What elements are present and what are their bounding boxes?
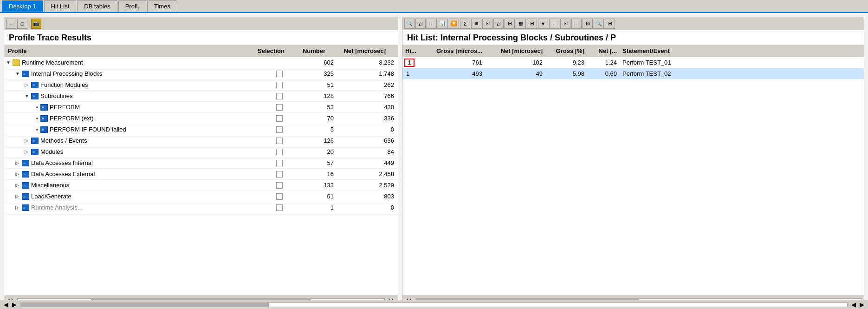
block-icon	[31, 138, 39, 144]
net-cell: 766	[337, 92, 398, 99]
net-cell: 2,529	[337, 182, 398, 189]
tab-profl[interactable]: Profl.	[118, 0, 146, 12]
block-icon	[22, 71, 29, 77]
expand-icon[interactable]: ▷	[15, 171, 22, 177]
rt-btn-14[interactable]: ≡	[549, 19, 559, 29]
selection-checkbox[interactable]	[276, 182, 283, 189]
expand-icon[interactable]: ▷	[15, 205, 22, 210]
net-cell: 49	[486, 70, 546, 77]
tree-row[interactable]: ▷ Data Accesses External 16 2,458	[4, 169, 398, 180]
gross-cell: 493	[426, 70, 486, 77]
rt-btn-8[interactable]: ⊡	[482, 19, 492, 29]
expand-icon[interactable]: ▷	[15, 160, 22, 165]
tree-row[interactable]: • PERFORM 53 430	[4, 102, 398, 113]
rt-btn-15[interactable]: ⊡	[560, 19, 570, 29]
expand-icon[interactable]: ▷	[25, 149, 31, 154]
rt-btn-10[interactable]: ⊞	[505, 19, 515, 29]
stmt-cell: Perform TEST_02	[621, 70, 864, 77]
scroll-right-global[interactable]: ▶	[12, 301, 17, 308]
tree-row[interactable]: ▼ Subroutines 128 766	[4, 91, 398, 102]
tree-row[interactable]: ▷ Methods / Events 126 636	[4, 135, 398, 146]
rt-btn-4[interactable]: 📊	[438, 19, 448, 29]
rt-btn-18[interactable]: 🔍	[594, 19, 604, 29]
folder-icon	[13, 59, 20, 66]
scroll-right3-global[interactable]: ▶	[860, 301, 864, 308]
tree-row[interactable]: ▼ Runtime Measurement 602 8,232	[4, 57, 398, 68]
selection-checkbox[interactable]	[276, 138, 283, 144]
tab-times[interactable]: Times	[147, 0, 177, 12]
scroll-left-global[interactable]: ◀	[4, 301, 8, 308]
right-table-row[interactable]: 1 761 102 9.23 1.24 Perform TEST_01	[402, 57, 864, 68]
selection-checkbox[interactable]	[276, 93, 283, 99]
selection-checkbox[interactable]	[276, 126, 283, 133]
hi-value: 1	[404, 70, 409, 77]
number-cell: 70	[300, 115, 337, 122]
rt-btn-19[interactable]: ⊟	[605, 19, 615, 29]
tab-dbtables[interactable]: DB tables	[77, 0, 117, 12]
tab-desktop1[interactable]: Desktop 1	[2, 0, 43, 12]
rt-btn-12[interactable]: ⊟	[527, 19, 537, 29]
rt-btn-3[interactable]: ≡	[427, 19, 437, 29]
rt-btn-9[interactable]: 🖨	[493, 19, 504, 29]
global-scrollbar[interactable]	[20, 302, 848, 307]
row-label: PERFORM IF FOUND failed	[50, 126, 126, 133]
expand-icon[interactable]: ▼	[15, 71, 22, 76]
rcol-header-hi: Hi...	[402, 47, 426, 54]
tree-row[interactable]: ▷ Function Modules 51 262	[4, 79, 398, 91]
rt-btn-7[interactable]: ≋	[471, 19, 481, 29]
tree-row[interactable]: • PERFORM IF FOUND failed 5 0	[4, 124, 398, 135]
global-status-bar: ◀ ▶ ◀ ▶	[0, 300, 868, 309]
row-label: Data Accesses Internal	[31, 159, 93, 166]
rt-btn-13[interactable]: ▼	[538, 19, 548, 29]
selection-checkbox[interactable]	[276, 149, 283, 155]
number-cell: 325	[300, 70, 337, 77]
bullet-icon: •	[34, 115, 40, 122]
selection-checkbox[interactable]	[276, 193, 283, 200]
selection-checkbox[interactable]	[276, 171, 283, 178]
expand-icon[interactable]: ▷	[25, 82, 31, 87]
selection-checkbox[interactable]	[276, 104, 283, 111]
selection-checkbox[interactable]	[276, 115, 283, 122]
rt-btn-16[interactable]: ≡	[571, 19, 582, 29]
expand-icon[interactable]: ▼	[6, 60, 13, 65]
number-cell: 133	[300, 182, 337, 189]
tree-row[interactable]: ▷ Data Accesses Internal 57 449	[4, 158, 398, 169]
tree-row[interactable]: ▷ Miscellaneous 133 2,529	[4, 180, 398, 191]
expand-icon[interactable]: ▷	[25, 138, 31, 143]
toolbar-photo-btn[interactable]: 📷	[31, 19, 41, 29]
left-panel-title: Profile Trace Results	[4, 30, 398, 45]
grossp-cell: 5.98	[546, 70, 588, 77]
toolbar-table-btn[interactable]: □	[17, 19, 27, 29]
right-table-row[interactable]: 1 493 49 5.98 0.60 Perform TEST_02	[402, 68, 864, 79]
tree-row[interactable]: ▷ Runtime Analysis... 1 0	[4, 202, 398, 213]
rt-btn-17[interactable]: ⊠	[583, 19, 593, 29]
rt-btn-11[interactable]: ▦	[516, 19, 526, 29]
tree-row[interactable]: • PERFORM (ext) 70 336	[4, 113, 398, 124]
tree-row[interactable]: ▷ Modules 20 84	[4, 146, 398, 158]
selection-checkbox[interactable]	[276, 71, 283, 77]
toolbar-grid-btn[interactable]: ≡	[6, 19, 16, 29]
rt-btn-5[interactable]: 🔽	[449, 19, 459, 29]
block-icon	[31, 149, 39, 155]
rcol-header-net: Net [microsec]	[486, 47, 546, 54]
tree-row[interactable]: ▷ Load/Generate 61 803	[4, 191, 398, 202]
rt-btn-1[interactable]: 🔍	[404, 19, 415, 29]
scroll-right2-global[interactable]: ◀	[851, 301, 856, 308]
selection-checkbox[interactable]	[276, 204, 283, 211]
tab-hitlist[interactable]: Hit List	[44, 0, 77, 12]
expand-icon[interactable]: ▷	[15, 194, 22, 199]
expand-icon[interactable]: ▷	[15, 183, 22, 188]
block-icon	[31, 82, 39, 88]
right-toolbar: 🔍 🖨 ≡ 📊 🔽 Σ ≋ ⊡ 🖨 ⊞ ▦ ⊟ ▼ ≡ ⊡ ≡ ⊠ 🔍 ⊟	[402, 17, 864, 30]
hi-cell: 1	[402, 70, 426, 77]
rt-btn-2[interactable]: 🖨	[415, 19, 426, 29]
number-cell: 61	[300, 193, 337, 200]
number-cell: 20	[300, 148, 337, 155]
expand-icon[interactable]: ▼	[25, 93, 31, 99]
tree-row[interactable]: ▼ Internal Processing Blocks 325 1,748	[4, 68, 398, 79]
selection-checkbox[interactable]	[276, 82, 283, 88]
net-cell: 84	[337, 148, 398, 155]
rt-btn-6[interactable]: Σ	[460, 19, 470, 29]
selection-checkbox[interactable]	[276, 160, 283, 166]
netp-cell: 1.24	[588, 59, 621, 66]
